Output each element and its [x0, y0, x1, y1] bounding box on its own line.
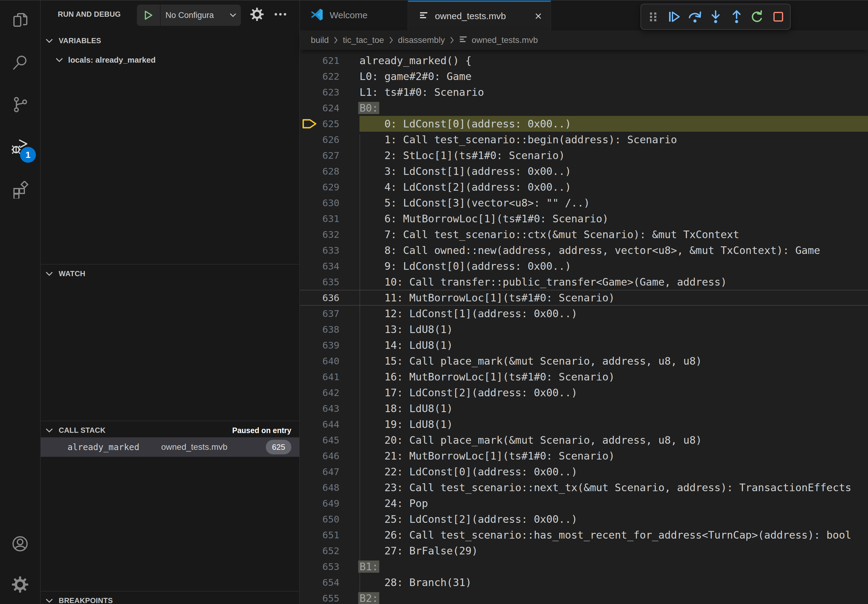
start-debug-button[interactable] [137, 5, 161, 26]
code-line[interactable]: 639 14: LdU8(1) [300, 337, 868, 353]
line-number[interactable]: 651 [300, 527, 339, 543]
line-number[interactable]: 649 [300, 496, 339, 511]
code-line[interactable]: 641 16: MutBorrowLoc[1](ts#1#0: Scenario… [300, 369, 868, 385]
code-line[interactable]: 628 3: LdConst[1](address: 0x00..) [300, 163, 868, 179]
code-line[interactable]: 653B1: [300, 559, 868, 575]
line-number[interactable]: 640 [300, 353, 339, 369]
call-stack-frame[interactable]: already_marked owned_tests.mvb 625 [41, 437, 299, 457]
code-line[interactable]: 623L1: ts#1#0: Scenario [300, 84, 868, 100]
line-number[interactable]: 655 [300, 590, 339, 604]
section-header-variables[interactable]: VARIABLES [41, 32, 299, 49]
line-number[interactable]: 644 [300, 417, 339, 432]
line-number[interactable]: 642 [300, 385, 339, 401]
sidebar-item-search[interactable] [0, 46, 40, 80]
stop-button[interactable] [769, 8, 787, 26]
code-line[interactable]: 642 17: LdConst[2](address: 0x00..) [300, 385, 868, 401]
debug-configuration-dropdown[interactable]: No Configura [137, 5, 241, 26]
code-line[interactable]: 622L0: game#2#0: Game [300, 68, 868, 84]
code-line[interactable]: 649 24: Pop [300, 496, 868, 511]
line-number[interactable]: 639 [300, 337, 339, 353]
code-line[interactable]: 626 1: Call test_scenario::begin(address… [300, 132, 868, 147]
code-line[interactable]: 629 4: LdConst[2](address: 0x00..) [300, 179, 868, 195]
continue-button[interactable] [665, 8, 683, 26]
line-number[interactable]: 645 [300, 432, 339, 448]
code-line[interactable]: 631 6: MutBorrowLoc[1](ts#1#0: Scenario) [300, 211, 868, 226]
settings-button[interactable] [0, 568, 40, 602]
code-line[interactable]: 634 9: LdConst[0](address: 0x00..) [300, 258, 868, 274]
code-line[interactable]: 621already_marked() { [300, 53, 868, 68]
code-line[interactable]: 624B0: [300, 100, 868, 116]
line-number[interactable]: 646 [300, 448, 339, 464]
code-line[interactable]: 648 23: Call test_scenario::next_tx(&mut… [300, 480, 868, 496]
line-number[interactable]: 634 [300, 258, 339, 274]
line-number[interactable]: 630 [300, 195, 339, 211]
code-line[interactable]: 643 18: LdU8(1) [300, 401, 868, 417]
line-number[interactable]: 623 [300, 84, 339, 100]
section-header-breakpoints[interactable]: BREAKPOINTS [41, 592, 299, 604]
breadcrumb-item[interactable]: build [311, 35, 329, 45]
code-line[interactable]: 655B2: [300, 590, 868, 604]
restart-button[interactable] [749, 8, 766, 26]
code-line[interactable]: 645 20: Call place_mark(&mut Scenario, a… [300, 432, 868, 448]
code-line[interactable]: 635 10: Call transfer::public_transfer<G… [300, 274, 868, 290]
line-number[interactable]: 624 [300, 100, 339, 116]
code-line[interactable]: 652 27: BrFalse(29) [300, 543, 868, 559]
line-number[interactable]: 636 [300, 290, 339, 305]
code-line[interactable]: 632 7: Call test_scenario::ctx(&mut Scen… [300, 226, 868, 242]
code-line[interactable]: 654 28: Branch(31) [300, 575, 868, 590]
line-number[interactable]: 635 [300, 274, 339, 290]
close-icon[interactable] [534, 12, 542, 20]
code-line[interactable]: 651 26: Call test_scenario::has_most_rec… [300, 527, 868, 543]
sidebar-item-explorer[interactable] [0, 4, 40, 38]
variables-scope-locals[interactable]: locals: already_marked [41, 51, 299, 69]
sidebar-item-run-and-debug[interactable]: 1 [0, 130, 40, 164]
line-number[interactable]: 648 [300, 480, 339, 496]
breadcrumb-file[interactable]: owned_tests.mvb [459, 35, 538, 46]
line-number[interactable]: 641 [300, 369, 339, 385]
step-into-button[interactable] [707, 8, 724, 26]
step-over-button[interactable] [686, 8, 704, 26]
debug-settings-gear-icon[interactable] [250, 7, 264, 23]
code-line[interactable]: 647 22: LdConst[0](address: 0x00..) [300, 464, 868, 480]
tab-welcome[interactable]: Welcome [300, 0, 408, 30]
code-line[interactable]: 650 25: LdConst[2](address: 0x00..) [300, 511, 868, 527]
section-header-watch[interactable]: WATCH [41, 265, 299, 282]
line-number[interactable]: 650 [300, 511, 339, 527]
breadcrumb-item[interactable]: disassembly [398, 35, 445, 45]
more-actions-icon[interactable] [274, 11, 287, 19]
line-number[interactable]: 637 [300, 306, 339, 321]
code-line[interactable]: 627 2: StLoc[1](ts#1#0: Scenario) [300, 147, 868, 163]
line-number[interactable]: 631 [300, 211, 339, 226]
code-line[interactable]: 633 8: Call owned::new(address, address,… [300, 242, 868, 258]
line-number[interactable]: 653 [300, 559, 339, 575]
line-number[interactable]: 622 [300, 68, 339, 84]
line-number[interactable]: 643 [300, 401, 339, 417]
tab-owned-tests[interactable]: owned_tests.mvb [408, 0, 551, 30]
code-line[interactable]: 637 12: LdConst[1](address: 0x00..) [300, 306, 868, 321]
code-line[interactable]: 638 13: LdU8(1) [300, 321, 868, 337]
line-number[interactable]: 632 [300, 226, 339, 242]
line-number[interactable]: 638 [300, 321, 339, 337]
section-header-call-stack[interactable]: CALL STACK Paused on entry [41, 422, 299, 439]
line-number[interactable]: 654 [300, 575, 339, 590]
line-number[interactable]: 647 [300, 464, 339, 480]
code-line[interactable]: 646 21: MutBorrowLoc[1](ts#1#0: Scenario… [300, 448, 868, 464]
line-number[interactable]: 629 [300, 179, 339, 195]
line-number[interactable]: 652 [300, 543, 339, 559]
line-number[interactable]: 626 [300, 132, 339, 147]
code-line[interactable]: 640 15: Call place_mark(&mut Scenario, a… [300, 353, 868, 369]
code-line[interactable]: 625 0: LdConst[0](address: 0x00..) [300, 116, 868, 132]
sidebar-item-source-control[interactable] [0, 88, 40, 122]
line-number[interactable]: 633 [300, 242, 339, 258]
sidebar-item-extensions[interactable] [0, 173, 40, 208]
step-out-button[interactable] [728, 8, 746, 26]
code-line[interactable]: 630 5: LdConst[3](vector<u8>: "" /..) [300, 195, 868, 211]
line-number[interactable]: 628 [300, 163, 339, 179]
toolbar-drag-handle[interactable] [645, 8, 662, 26]
code-line[interactable]: 636 11: MutBorrowLoc[1](ts#1#0: Scenario… [300, 290, 868, 306]
line-number[interactable]: 621 [300, 53, 339, 68]
account-button[interactable] [0, 527, 40, 561]
code-line[interactable]: 644 19: LdU8(1) [300, 417, 868, 432]
breadcrumb-item[interactable]: tic_tac_toe [343, 35, 384, 45]
line-number[interactable]: 627 [300, 147, 339, 163]
